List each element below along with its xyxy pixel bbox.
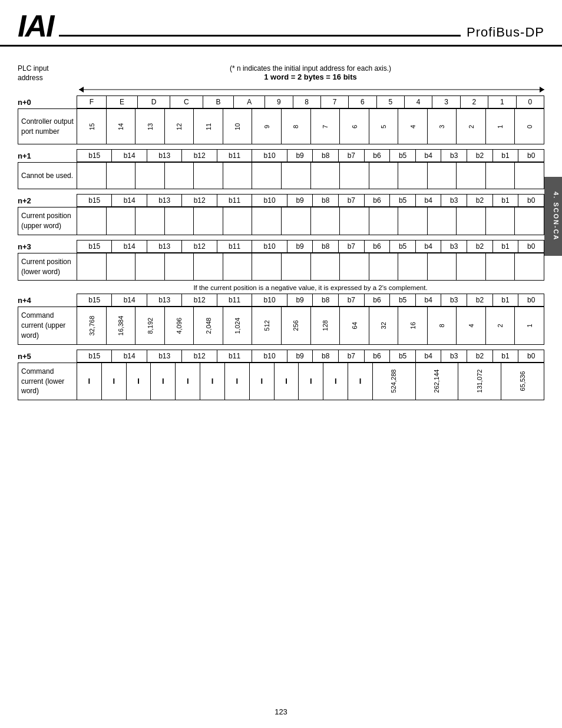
section-n5: n+5 b15 b14 b13 b12 b11 b10 b9 b8 b7 b6 …: [18, 350, 544, 400]
row-id-n1: n+1: [18, 149, 77, 160]
cell-n0-3: 3: [427, 109, 457, 144]
col-header: 0: [516, 96, 544, 108]
row-id-n0: n+0: [18, 95, 77, 107]
col-header: E: [107, 96, 138, 108]
cell-n4-1024: 1,024: [223, 307, 252, 344]
side-tab: 4. SCON-CA: [544, 177, 562, 256]
cell-n0-5: 5: [369, 109, 398, 144]
table-n2-header: b15 b14 b13 b12 b11 b10 b9 b8 b7 b6 b5 b…: [77, 194, 544, 207]
header-row-n5: b15 b14 b13 b12 b11 b10 b9 b8 b7 b6 b5 b…: [77, 350, 544, 362]
col-header: 6: [349, 96, 376, 108]
cell-n4-4: 4: [457, 307, 486, 344]
iai-logo: IAI: [18, 11, 53, 41]
data-row-n1: [77, 163, 544, 189]
col-header: 7: [320, 96, 348, 108]
cell-n4-8: 8: [427, 307, 457, 344]
table-n5-header: b15 b14 b13 b12 b11 b10 b9 b8 b7 b6 b5 b…: [77, 350, 544, 363]
data-table-n1: [77, 162, 544, 189]
label-n4: Command current (upper word): [18, 307, 77, 344]
cell-n4-256: 256: [281, 307, 310, 344]
header-row-n0: F E D C B A 9 8 7 6 5 4 3 2 1 0: [77, 96, 544, 108]
cell-n0-12: 12: [164, 109, 194, 144]
table-n3-header: b15 b14 b13 b12 b11 b10 b9 b8 b7 b6 b5 b…: [77, 240, 544, 253]
cell-n5-524288: 524,288: [372, 363, 415, 400]
col-header: D: [137, 96, 170, 108]
table-n4-header: b15 b14 b13 b12 b11 b10 b9 b8 b7 b6 b5 b…: [77, 294, 544, 307]
main-content: PLC input address (* n indicates the ini…: [0, 47, 562, 421]
note-line2: 1 word = 2 bytes = 16 bits: [264, 73, 357, 81]
cell-n0-14: 14: [106, 109, 135, 144]
cell-n0-15: 15: [77, 109, 107, 144]
data-row-n5: I I I I I I I I I I I I 524,288 262,144 …: [77, 363, 544, 400]
arrow-left: [79, 87, 84, 93]
header-row-n2: b15 b14 b13 b12 b11 b10 b9 b8 b7 b6 b5 b…: [77, 195, 544, 207]
note-text: (* n indicates the initial input address…: [77, 64, 544, 83]
cell-n4-8192: 8,192: [135, 307, 165, 344]
cell-n0-11: 11: [194, 109, 223, 144]
data-table-n4: 32,768 16,384 8,192 4,096 2,048 1,024 51…: [77, 307, 544, 344]
header-row-n4: b15 b14 b13 b12 b11 b10 b9 b8 b7 b6 b5 b…: [77, 294, 544, 307]
header-divider: [59, 35, 461, 37]
cell-n4-128: 128: [310, 307, 340, 344]
data-row-n2: [77, 207, 544, 235]
cell-n0-13: 13: [135, 109, 165, 144]
brand-name: ProfiBus-DP: [467, 25, 544, 41]
header-row-n3: b15 b14 b13 b12 b11 b10 b9 b8 b7 b6 b5 b…: [77, 240, 544, 252]
col-header: 9: [265, 96, 293, 108]
cell-n0-4: 4: [398, 109, 428, 144]
note-line1: (* n indicates the initial input address…: [230, 64, 391, 73]
cell-n4-32768: 32,768: [77, 307, 107, 344]
cell-n4-16384: 16,384: [106, 307, 135, 344]
table-n1-header: b15 b14 b13 b12 b11 b10 b9 b8 b7 b6 b5 b…: [77, 149, 544, 162]
negative-note: If the current position is a negative va…: [77, 284, 544, 291]
cell-n5-131072: 131,072: [458, 363, 501, 400]
data-row-n0: 15 14 13 12 11 10 9 8 7 6 5 4 3 2 1 0: [77, 109, 544, 144]
arrow-right: [540, 87, 544, 93]
plc-input-label: PLC input address: [18, 64, 77, 83]
label-n3: Current position (lower word): [18, 253, 77, 281]
data-table-n5: I I I I I I I I I I I I 524,288 262,144 …: [77, 363, 544, 400]
label-n2: Current position (upper word): [18, 207, 77, 235]
cell-n0-7: 7: [310, 109, 340, 144]
cell-n5-65536: 65,536: [501, 363, 544, 400]
cell-n4-4096: 4,096: [164, 307, 194, 344]
cell-n4-2048: 2,048: [194, 307, 223, 344]
arrow-line: [79, 90, 544, 90]
row-id-n2: n+2: [18, 194, 77, 205]
arrow-row: [18, 85, 544, 94]
cell-n4-16: 16: [398, 307, 428, 344]
cell-n0-8: 8: [281, 109, 310, 144]
cell-n5-262144: 262,144: [415, 363, 458, 400]
data-table-n3: [77, 253, 544, 281]
data-row-n3: [77, 253, 544, 281]
section-n3: n+3 b15 b14 b13 b12 b11 b10 b9 b8 b7 b6 …: [18, 240, 544, 281]
section-n4: n+4 b15 b14 b13 b12 b11 b10 b9 b8 b7 b6 …: [18, 294, 544, 344]
cell-n4-32: 32: [369, 307, 398, 344]
col-header: C: [170, 96, 203, 108]
row-id-n4: n+4: [18, 294, 77, 305]
table-n0: F E D C B A 9 8 7 6 5 4 3 2 1 0: [77, 95, 544, 108]
top-note: PLC input address (* n indicates the ini…: [18, 64, 544, 83]
col-header: 4: [405, 96, 432, 108]
label-n5: Command current (lower word): [18, 363, 77, 400]
cell-n0-0: 0: [515, 109, 544, 144]
col-header: B: [203, 96, 234, 108]
cell-n4-64: 64: [340, 307, 369, 344]
cell-n0-6: 6: [340, 109, 369, 144]
col-header: 5: [376, 96, 404, 108]
row-id-n5: n+5: [18, 350, 77, 361]
col-header: A: [234, 96, 265, 108]
data-row-n4: 32,768 16,384 8,192 4,096 2,048 1,024 51…: [77, 307, 544, 344]
cell-n0-10: 10: [223, 109, 252, 144]
section-n0: n+0 F E D C B A 9 8 7 6 5 4 3 2 1: [18, 95, 544, 144]
section-n1: n+1 b15 b14 b13 b12 b11 b10 b9 b8 b7 b6 …: [18, 149, 544, 189]
section-n2: n+2 b15 b14 b13 b12 b11 b10 b9 b8 b7 b6 …: [18, 194, 544, 235]
col-header: F: [77, 96, 107, 108]
col-header: 3: [432, 96, 460, 108]
cell-n4-512: 512: [252, 307, 282, 344]
data-table-n2: [77, 207, 544, 235]
cell-n0-2: 2: [457, 109, 486, 144]
header-row-n1: b15 b14 b13 b12 b11 b10 b9 b8 b7 b6 b5 b…: [77, 150, 544, 162]
cell-n4-2: 2: [485, 307, 515, 344]
col-header: 8: [293, 96, 320, 108]
